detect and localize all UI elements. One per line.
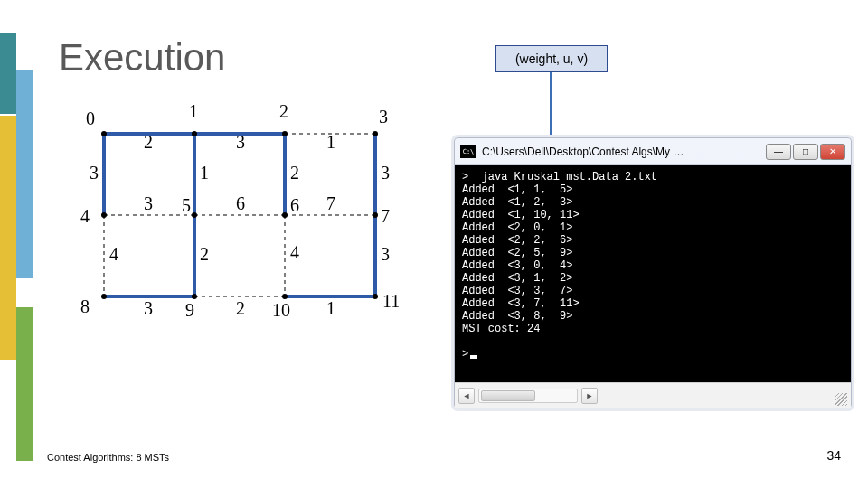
console-cost: MST cost: 24 — [462, 323, 540, 335]
slide-title: Execution — [59, 36, 225, 80]
console-line: Added <2, 0, 1> — [462, 221, 572, 234]
edge-weight: 3 — [381, 163, 390, 183]
console-line: Added <1, 10, 11> — [462, 209, 580, 221]
scroll-right-icon[interactable]: ► — [581, 388, 598, 404]
svg-point-17 — [101, 131, 107, 136]
svg-point-19 — [282, 131, 288, 136]
console-prompt: > — [462, 348, 468, 361]
node-label: 10 — [272, 300, 290, 320]
node-label: 0 — [86, 108, 95, 128]
edge-weight: 3 — [90, 163, 99, 183]
resize-grip-icon[interactable] — [835, 393, 847, 406]
console-line: Added <2, 2, 6> — [462, 234, 572, 247]
accent-stripe — [0, 33, 16, 114]
scroll-track[interactable] — [478, 389, 578, 403]
console-line: Added <3, 3, 7> — [462, 285, 572, 297]
node-label: 9 — [185, 300, 194, 320]
node-label: 5 — [182, 195, 191, 215]
edge-weight: 2 — [200, 244, 209, 264]
console-line: Added <3, 7, 11> — [462, 297, 580, 310]
edge-weight: 3 — [236, 132, 245, 152]
page-number: 34 — [826, 448, 841, 463]
console-line: Added <3, 0, 4> — [462, 259, 572, 272]
svg-point-28 — [373, 294, 378, 299]
edge-weight: 6 — [236, 193, 245, 213]
accent-stripe — [16, 307, 33, 461]
console-window: C:\ C:\Users\Dell\Desktop\Contest Algs\M… — [454, 137, 852, 408]
svg-point-25 — [101, 294, 107, 299]
edge-weight: 1 — [200, 163, 209, 183]
svg-point-27 — [282, 294, 288, 299]
console-line: Added <3, 8, 9> — [462, 310, 572, 323]
node-label: 4 — [80, 206, 90, 226]
node-label: 7 — [381, 206, 390, 226]
svg-point-26 — [192, 294, 197, 299]
svg-point-20 — [373, 131, 378, 136]
edge-weight: 2 — [236, 298, 245, 318]
edge-weight: 1 — [326, 132, 335, 152]
cursor-icon — [470, 355, 477, 359]
svg-point-18 — [192, 131, 197, 136]
console-command: > java Kruskal mst.Data 2.txt — [462, 171, 657, 183]
callout-label: (weight, u, v) — [495, 45, 608, 72]
svg-point-24 — [373, 212, 378, 218]
edge-weight: 3 — [381, 244, 390, 264]
edge-weight: 3 — [144, 193, 153, 213]
edge-weight: 4 — [290, 242, 299, 262]
window-titlebar[interactable]: C:\ C:\Users\Dell\Desktop\Contest Algs\M… — [455, 138, 851, 165]
console-line: Added <1, 2, 3> — [462, 196, 572, 209]
console-output: > java Kruskal mst.Data 2.txt Added <1, … — [455, 165, 851, 382]
node-label: 1 — [189, 101, 198, 121]
edge-weight: 1 — [326, 298, 335, 318]
edge-weight: 7 — [326, 193, 335, 213]
maximize-button[interactable]: □ — [793, 144, 818, 160]
svg-point-21 — [101, 212, 107, 218]
close-button[interactable]: ✕ — [820, 144, 845, 160]
window-title: C:\Users\Dell\Desktop\Contest Algs\My … — [482, 145, 766, 158]
svg-point-23 — [282, 212, 288, 218]
console-line: Added <2, 5, 9> — [462, 247, 572, 259]
node-label: 2 — [279, 101, 288, 121]
console-line: Added <3, 1, 2> — [462, 272, 572, 285]
console-line: Added <1, 1, 5> — [462, 183, 572, 196]
scroll-thumb[interactable] — [481, 390, 535, 401]
graph-diagram: 0 1 2 3 4 5 6 7 8 9 10 11 2 3 1 3 1 2 3 … — [68, 98, 429, 378]
minimize-button[interactable]: — — [766, 144, 791, 160]
edge-weight: 2 — [144, 132, 153, 152]
footer-text: Contest Algorithms: 8 MSTs — [47, 452, 169, 463]
svg-point-22 — [192, 212, 197, 218]
accent-stripe — [0, 116, 16, 360]
scroll-left-icon[interactable]: ◄ — [458, 388, 475, 404]
node-label: 3 — [379, 107, 388, 127]
cmd-icon: C:\ — [460, 145, 476, 158]
node-label: 6 — [290, 195, 299, 215]
scrollbar-horizontal[interactable]: ◄ ► — [455, 382, 851, 408]
node-label: 8 — [80, 296, 90, 316]
edge-weight: 4 — [109, 244, 118, 264]
node-label: 11 — [382, 291, 400, 311]
edge-weight: 2 — [290, 163, 299, 183]
accent-stripe — [16, 70, 33, 278]
edge-weight: 3 — [144, 298, 153, 318]
